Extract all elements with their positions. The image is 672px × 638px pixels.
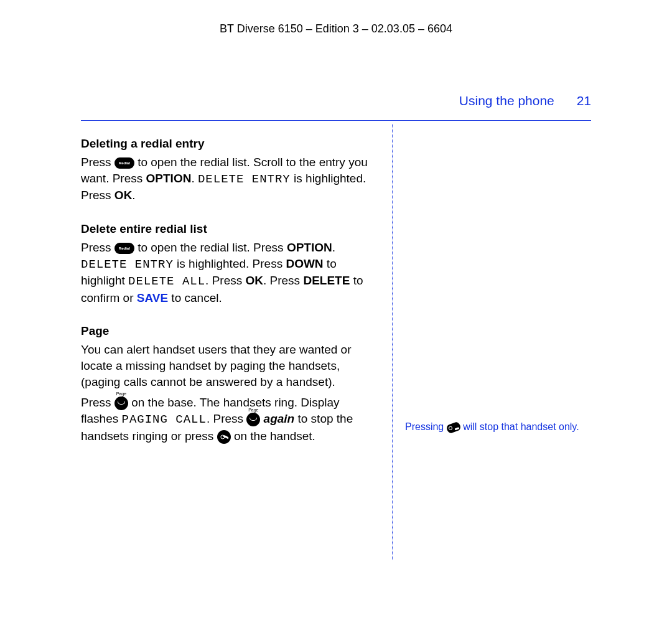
heading-page: Page: [81, 324, 380, 338]
para-delete-list: Press to open the redial list. Press OPT…: [81, 240, 380, 306]
para-page-intro: You can alert handset users that they ar…: [81, 342, 380, 390]
page-button-icon: Page: [246, 413, 260, 426]
side-column: Pressing will stop that handset only.: [392, 124, 591, 560]
header-rule: [81, 120, 591, 121]
side-note: Pressing will stop that handset only.: [405, 420, 591, 434]
redial-button-icon: [114, 243, 134, 254]
chapter-title: Using the phone: [459, 93, 554, 108]
content-columns: Deleting a redial entry Press to open th…: [81, 124, 591, 560]
doc-header: BT Diverse 6150 – Edition 3 – 02.03.05 –…: [0, 0, 672, 35]
page-button-icon: Page: [114, 396, 128, 410]
page-number: 21: [577, 93, 591, 108]
redial-button-icon: [114, 157, 134, 169]
end-call-button-icon: [217, 430, 231, 444]
heading-delete-list: Delete entire redial list: [81, 222, 380, 236]
para-page-steps: Press Page on the base. The handsets rin…: [81, 395, 380, 444]
heading-delete-entry: Deleting a redial entry: [81, 137, 380, 151]
main-column: Deleting a redial entry Press to open th…: [81, 124, 392, 560]
end-call-button-icon: [446, 421, 461, 434]
para-delete-entry: Press to open the redial list. Scroll to…: [81, 154, 380, 204]
page-header: Using the phone 21: [459, 93, 591, 108]
